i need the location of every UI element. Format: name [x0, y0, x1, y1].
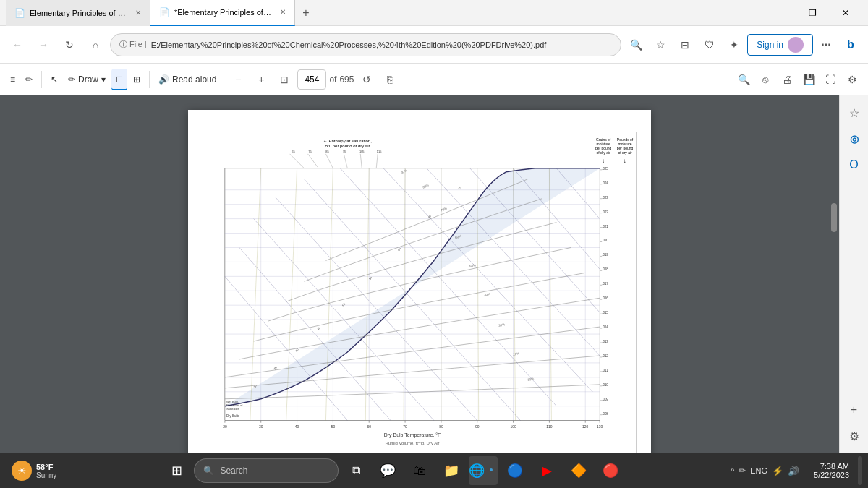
- tab1-label: Elementary Principles of Chemic: [30, 9, 128, 17]
- svg-text:.013: .013: [602, 340, 608, 343]
- svg-text:.014: .014: [602, 325, 608, 329]
- tab-1[interactable]: 📄 Elementary Principles of Chemic ✕: [6, 0, 150, 26]
- clock-time: 7:38 AM: [814, 462, 849, 471]
- copilot-icon[interactable]: ✦: [723, 33, 746, 56]
- toolbar-save-button[interactable]: 💾: [799, 69, 819, 90]
- sign-in-label: Sign in: [757, 40, 783, 50]
- edge-icon: 🌐: [469, 463, 485, 479]
- start-button[interactable]: ⊞: [162, 456, 191, 485]
- zoom-plus-button[interactable]: +: [251, 69, 271, 90]
- sidebar-outlook[interactable]: O: [843, 153, 866, 176]
- page-total: 695: [339, 74, 354, 85]
- sign-in-button[interactable]: Sign in: [747, 34, 813, 56]
- minimize-button[interactable]: —: [762, 0, 796, 26]
- taskbar-app-extra1[interactable]: 🔶: [564, 456, 593, 485]
- tray-wifi-icon[interactable]: ⚡: [772, 466, 783, 476]
- sidebar-plus[interactable]: +: [843, 398, 866, 421]
- highlight-button[interactable]: ✏: [21, 69, 37, 90]
- shapes-tool[interactable]: ⊞: [129, 69, 145, 90]
- tab-2[interactable]: 📄 *Elementary Principles of Chemi ✕: [150, 0, 295, 26]
- favorites-icon[interactable]: ☆: [649, 33, 672, 56]
- taskbar-app-mail[interactable]: 💬: [373, 456, 402, 485]
- title-bar: 📄 Elementary Principles of Chemic ✕ 📄 *E…: [0, 0, 868, 26]
- tab1-icon: 📄: [14, 8, 25, 18]
- taskbar-app-youtube[interactable]: ▶: [532, 456, 561, 485]
- zoom-minus-button[interactable]: −: [228, 69, 248, 90]
- pdf-toolbar: ≡ ✏ ↖ ✏ Draw ▾ ◻ ⊞ 🔊 Read aloud − + ⊡ of…: [0, 64, 868, 95]
- copy-button[interactable]: ⎘: [380, 69, 400, 90]
- taskbar-app-extra2[interactable]: 🔴: [596, 456, 625, 485]
- browser-essentials-icon[interactable]: 🛡: [698, 33, 721, 56]
- svg-text:100: 100: [510, 424, 516, 429]
- svg-text:.011: .011: [602, 369, 608, 372]
- svg-text:.025: .025: [602, 167, 608, 171]
- toolbar-share-button[interactable]: ⎋: [755, 69, 775, 90]
- select-tool[interactable]: ↖: [46, 69, 62, 90]
- forward-button[interactable]: →: [32, 33, 55, 56]
- tray-edit-icon[interactable]: ✏: [739, 466, 746, 476]
- fullscreen-button[interactable]: ⛶: [820, 69, 841, 90]
- pdf-scrollbar[interactable]: [827, 95, 839, 453]
- weather-info: 58°F Sunny: [36, 463, 56, 479]
- taskbar-app-explorer[interactable]: 📁: [437, 456, 466, 485]
- svg-text:.024: .024: [602, 181, 608, 185]
- svg-text:60: 60: [367, 424, 371, 429]
- svg-text:40: 40: [295, 424, 299, 429]
- new-tab-button[interactable]: +: [295, 2, 317, 24]
- rotate-button[interactable]: ↺: [357, 69, 377, 90]
- taskbar-app-chrome[interactable]: 🔵: [501, 456, 529, 485]
- highlight-icon: ✏: [25, 74, 33, 85]
- pdf-settings-button[interactable]: ⚙: [842, 69, 862, 90]
- refresh-button[interactable]: ↻: [58, 33, 81, 56]
- svg-text:.021: .021: [602, 225, 608, 228]
- toolbar-print-button[interactable]: 🖨: [777, 69, 797, 90]
- url-prefix: ⓘ File |: [119, 39, 147, 50]
- app-active-indicator: [490, 468, 493, 471]
- show-desktop-button[interactable]: [858, 456, 862, 485]
- taskbar-app-store[interactable]: 🛍: [405, 456, 434, 485]
- svg-text:70: 70: [403, 424, 407, 429]
- svg-text:.023: .023: [602, 196, 608, 200]
- taskview-button[interactable]: ⧉: [341, 456, 370, 485]
- menu-button[interactable]: ≡: [6, 69, 20, 90]
- taskbar-app-edge[interactable]: 🌐: [469, 456, 498, 485]
- toolbar-divider-1: [41, 71, 42, 88]
- svg-text:50: 50: [331, 424, 336, 429]
- home-button[interactable]: ⌂: [84, 33, 107, 56]
- system-tray[interactable]: ^ ✏ ENG ⚡ 🔊: [726, 466, 806, 476]
- eraser-icon: ◻: [116, 74, 123, 84]
- svg-text:.018: .018: [602, 267, 608, 271]
- edge-sidebar-toggle[interactable]: b: [839, 33, 862, 56]
- weather-icon: ☀: [12, 461, 32, 481]
- svg-text:of dry air: of dry air: [596, 150, 610, 155]
- pdf-viewer[interactable]: ← Enthalpy at saturation, Btu per pound …: [12, 95, 827, 453]
- restore-button[interactable]: ❐: [796, 0, 829, 26]
- sidebar-favorites[interactable]: ☆: [843, 101, 866, 124]
- svg-text:130: 130: [597, 424, 603, 429]
- collections-icon[interactable]: ⊟: [673, 33, 697, 56]
- draw-chevron: ▾: [101, 74, 106, 85]
- tab1-close[interactable]: ✕: [135, 9, 141, 17]
- toolbar-search-button[interactable]: 🔍: [733, 69, 754, 90]
- eraser-tool[interactable]: ◻: [111, 69, 127, 90]
- search-bar-icon[interactable]: 🔍: [624, 33, 647, 56]
- draw-tool[interactable]: ✏ Draw ▾: [64, 69, 110, 90]
- scrollbar-thumb[interactable]: [831, 203, 837, 232]
- sidebar-copilot[interactable]: ◎: [843, 127, 866, 150]
- back-button[interactable]: ←: [6, 33, 29, 56]
- page-number-input[interactable]: [297, 69, 326, 90]
- weather-widget[interactable]: ☀ 58°F Sunny: [6, 461, 62, 481]
- close-button[interactable]: ✕: [829, 0, 862, 26]
- tray-expand-icon[interactable]: ^: [731, 467, 735, 475]
- url-bar[interactable]: ⓘ File | E:/Elementary%20Principles%20of…: [110, 33, 621, 56]
- more-options-button[interactable]: ···: [814, 33, 838, 56]
- tray-volume-icon[interactable]: 🔊: [788, 466, 799, 476]
- search-taskbar[interactable]: 🔍 Search: [194, 458, 339, 483]
- svg-text:80: 80: [439, 424, 443, 429]
- tab2-close[interactable]: ✕: [280, 8, 286, 16]
- fit-page-button[interactable]: ⊡: [274, 69, 294, 90]
- read-aloud-button[interactable]: 🔊 Read aloud: [154, 69, 221, 90]
- sidebar-settings[interactable]: ⚙: [843, 424, 866, 448]
- app2-icon: 🔴: [603, 463, 618, 479]
- clock[interactable]: 7:38 AM 5/22/2023: [808, 462, 855, 479]
